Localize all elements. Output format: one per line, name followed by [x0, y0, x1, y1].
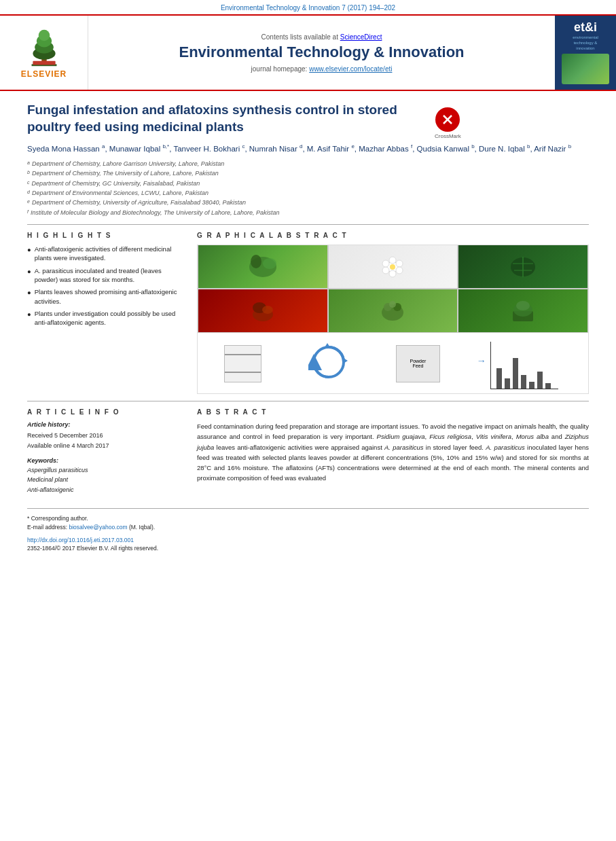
highlights-list: ● Anti-aflatoxigenic activities of diffe… [27, 245, 183, 327]
svg-point-18 [382, 260, 389, 267]
bullet-4: ● [27, 310, 31, 327]
authors-list: Syeda Mona Hassan a, Munawar Iqbal b,*, … [27, 143, 589, 155]
affiliation-d: d Department of Environmental Sciences, … [27, 188, 589, 198]
bullet-1: ● [27, 245, 31, 263]
ga-plant-2 [328, 245, 458, 289]
keywords-label: Keywords: [27, 457, 183, 464]
article-title: Fungal infestation and aflatoxins synthe… [27, 102, 421, 135]
graphical-abstract-heading: G R A P H I C A L A B S T R A C T [197, 232, 589, 239]
divider-2 [27, 401, 589, 401]
doi-line: http://dx.doi.org/10.1016/j.eti.2017.03.… [27, 536, 589, 545]
article-title-row: Fungal infestation and aflatoxins synthe… [27, 102, 589, 142]
highlights-col: H I G H L I G H T S ● Anti-aflatoxigenic… [27, 232, 183, 394]
svg-point-14 [396, 260, 403, 267]
abstract-col: A B S T R A C T Feed contamination durin… [197, 408, 589, 495]
eti-logo: et&i environmentaltechnology &innovation [562, 21, 609, 84]
email-link[interactable]: biosalvee@yahoo.com [69, 524, 127, 531]
affil-a-text: Department of Chemistry, Lahore Garrison… [32, 159, 224, 168]
received-date: Received 5 December 2016 [27, 431, 183, 440]
affil-d-text: Department of Environmental Sciences, LC… [32, 188, 209, 198]
svg-marker-34 [324, 343, 331, 348]
bullet-3: ● [27, 288, 31, 306]
elsevier-wordmark: ELSEVIER [21, 69, 67, 79]
journal-title: Environmental Technology & Innovation [179, 43, 464, 61]
article-info-heading: A R T I C L E I N F O [27, 408, 183, 416]
eti-logo-area: et&i environmentaltechnology &innovation [555, 16, 616, 90]
svg-point-16 [389, 270, 396, 277]
ga-plant-4 [198, 289, 328, 333]
available-date: Available online 4 March 2017 [27, 441, 183, 450]
chart-arrow-icon: → [477, 355, 486, 366]
affiliation-c: c Department of Chemistry, GC University… [27, 179, 589, 188]
highlights-graphical-section: H I G H L I G H T S ● Anti-aflatoxigenic… [27, 232, 589, 394]
journal-citation: Environmental Technology & Innovation 7 … [221, 4, 395, 12]
elsevier-logo: ELSEVIER [17, 27, 71, 79]
affil-e-text: Department of Chemistry, University of A… [32, 198, 246, 207]
divider-1 [27, 224, 589, 225]
sciencedirect-link[interactable]: ScienceDirect [340, 33, 382, 41]
journal-citation-bar: Environmental Technology & Innovation 7 … [0, 0, 616, 14]
ga-plant-6 [458, 289, 588, 333]
highlight-item-2: ● A. parasiticus inoculated and treated … [27, 266, 183, 285]
affil-c-text: Department of Chemistry, GC University, … [32, 179, 200, 188]
affil-b-text: Department of Chemistry, The University … [32, 168, 219, 178]
svg-point-11 [263, 258, 276, 269]
journal-homepage: journal homepage: www.elsevier.com/locat… [251, 65, 393, 73]
affiliation-a: a Department of Chemistry, Lahore Garris… [27, 159, 589, 168]
bullet-2: ● [27, 267, 31, 285]
email-note: E-mail address: biosalvee@yahoo.com (M. … [27, 523, 589, 532]
article-info-col: A R T I C L E I N F O Article history: R… [27, 408, 183, 495]
ga-chart-area: → [487, 342, 562, 386]
article-history-label: Article history: [27, 421, 183, 428]
asterisk-note: * Corresponding author. [27, 515, 88, 522]
eti-subtitle: environmentaltechnology &innovation [573, 35, 598, 51]
highlight-item-3: ● Plants leaves showed promising anti-af… [27, 287, 183, 306]
authors-text: Syeda Mona Hassan a, Munawar Iqbal b,*, … [27, 145, 571, 153]
affiliations-list: a Department of Chemistry, Lahore Garris… [27, 159, 589, 217]
svg-point-30 [389, 301, 396, 308]
ga-arrow-icon [308, 342, 349, 386]
svg-point-5 [38, 29, 50, 41]
sciencedirect-line: Contents lists available at ScienceDirec… [261, 33, 382, 41]
article-dates: Received 5 December 2016 Available onlin… [27, 431, 183, 450]
graphical-abstract-col: G R A P H I C A L A B S T R A C T [197, 232, 589, 394]
svg-point-17 [382, 267, 389, 274]
keywords-list: Aspergillus parasiticus Medicinal plant … [27, 465, 183, 495]
crossmark-label: CrossMark [435, 133, 461, 139]
highlight-text-3: Plants leaves showed promising anti-afla… [35, 287, 183, 306]
ga-powder-box: PowderFeed [396, 345, 440, 382]
svg-rect-6 [33, 61, 55, 65]
ga-chart [490, 342, 558, 389]
highlight-text-4: Plants under investigation could possibl… [35, 309, 183, 327]
ga-plant-3 [458, 245, 588, 289]
affiliation-f: f Institute of Molecular Biology and Bio… [27, 208, 589, 217]
elsevier-tree-icon [17, 27, 71, 68]
eti-wordmark: et&i [574, 21, 597, 33]
journal-header: ELSEVIER Contents lists available at Sci… [0, 14, 616, 91]
eti-image [562, 54, 609, 84]
keyword-2: Medicinal plant [27, 475, 183, 484]
highlight-text-2: A. parasiticus inoculated and treated (l… [35, 266, 183, 285]
doi-link[interactable]: http://dx.doi.org/10.1016/j.eti.2017.03.… [27, 537, 134, 543]
crossmark-area[interactable]: CrossMark [435, 107, 461, 139]
elsevier-logo-area: ELSEVIER [0, 16, 88, 90]
svg-point-26 [262, 306, 273, 314]
ga-feed-box [224, 345, 261, 382]
ga-plant-grid [198, 245, 588, 333]
email-label: E-mail address: [27, 524, 67, 531]
ga-plant-5 [328, 289, 458, 333]
affiliation-b: b Department of Chemistry, The Universit… [27, 168, 589, 178]
ga-bottom-area: PowderFeed [198, 333, 588, 394]
ga-boxes [224, 345, 261, 382]
graphical-abstract-image: PowderFeed [197, 245, 589, 394]
highlight-item-4: ● Plants under investigation could possi… [27, 309, 183, 327]
highlight-text-1: Anti-aflatoxigenic activities of differe… [35, 245, 183, 263]
svg-point-33 [516, 301, 530, 310]
article-info-abstract-section: A R T I C L E I N F O Article history: R… [27, 408, 589, 495]
main-content-area: Fungal infestation and aflatoxins synthe… [0, 91, 616, 564]
highlights-heading: H I G H L I G H T S [27, 232, 183, 239]
affiliation-e: e Department of Chemistry, University of… [27, 198, 589, 207]
abstract-heading: A B S T R A C T [197, 408, 589, 416]
journal-homepage-link[interactable]: www.elsevier.com/locate/eti [309, 65, 392, 73]
crossmark-icon[interactable] [435, 107, 460, 132]
